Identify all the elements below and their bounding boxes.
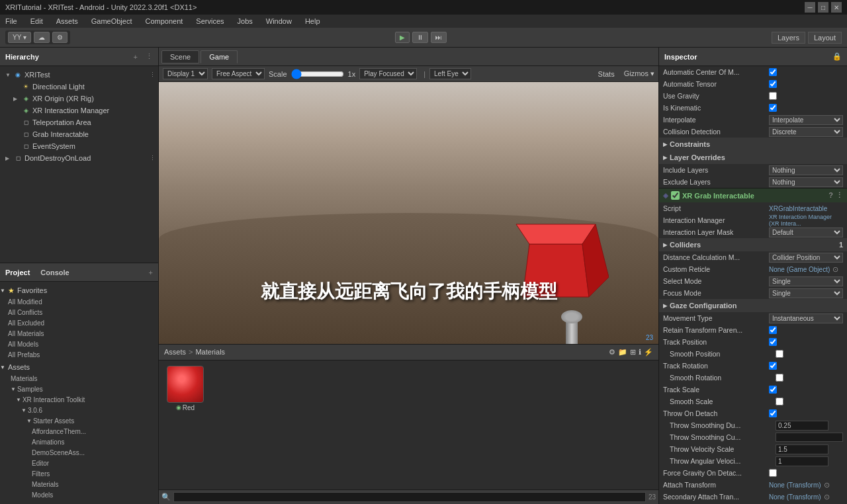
- maximize-button[interactable]: □: [818, 2, 828, 13]
- project-xr-toolkit[interactable]: ▼XR Interaction Toolkit: [0, 394, 158, 405]
- attach-transform-pick[interactable]: ⊙: [824, 481, 830, 489]
- hierarchy-item-dontdestroy[interactable]: ▶ ◻ DontDestroyOnLoad ⋮: [0, 152, 158, 164]
- smooth-position-checkbox[interactable]: [776, 350, 783, 358]
- layout-button[interactable]: Layout: [808, 32, 842, 44]
- hierarchy-item-teleportation[interactable]: ◻ Teleportation Area: [0, 116, 158, 128]
- hierarchy-item-xritest[interactable]: ▼ ◉ XRITest ⋮: [0, 69, 158, 81]
- include-layers-select[interactable]: Nothing: [769, 165, 843, 175]
- hierarchy-tab[interactable]: Hierarchy: [5, 53, 39, 61]
- cloud-button[interactable]: ☁: [34, 32, 50, 43]
- component-help-icon[interactable]: ?: [828, 191, 833, 200]
- select-mode-select[interactable]: Single: [769, 276, 843, 286]
- menu-gameobject[interactable]: GameObject: [89, 17, 135, 25]
- throw-on-detach-checkbox[interactable]: [769, 409, 777, 417]
- menu-help[interactable]: Help: [302, 17, 323, 25]
- project-all-materials[interactable]: All Materials: [0, 328, 158, 339]
- item-menu[interactable]: ⋮: [150, 71, 156, 78]
- interaction-manager-value[interactable]: XR Interaction Manager (XR Intera...: [769, 214, 843, 227]
- hierarchy-item-directional-light[interactable]: ☀ Directional Light: [0, 81, 158, 93]
- asset-search-input[interactable]: [173, 492, 646, 502]
- menu-file[interactable]: File: [3, 17, 20, 25]
- eye-select[interactable]: Left Eye: [429, 68, 471, 79]
- asset-path-materials[interactable]: Materials: [195, 348, 225, 356]
- throw-velocity-scale-input[interactable]: [776, 444, 828, 454]
- project-starter-assets[interactable]: ▼Starter Assets: [0, 415, 158, 426]
- asset-icon4[interactable]: ℹ: [639, 348, 641, 357]
- settings-button[interactable]: ⚙: [52, 32, 67, 43]
- collision-detection-select[interactable]: Discrete: [769, 127, 843, 137]
- project-models[interactable]: Models: [0, 489, 158, 500]
- interaction-layer-mask-select[interactable]: Default: [769, 228, 843, 237]
- project-all-excluded[interactable]: All Excluded: [0, 317, 158, 328]
- smooth-rotation-checkbox[interactable]: [776, 374, 783, 382]
- component-menu-icon[interactable]: ⋮: [836, 191, 843, 200]
- script-value[interactable]: XRGrabInteractable: [769, 205, 827, 212]
- scale-slider[interactable]: [291, 69, 344, 79]
- menu-component[interactable]: Component: [142, 17, 185, 25]
- console-tab[interactable]: Console: [40, 269, 69, 276]
- is-kinematic-checkbox[interactable]: [769, 104, 777, 112]
- use-gravity-checkbox[interactable]: [769, 92, 777, 100]
- project-demoscene[interactable]: DemoSceneAss...: [0, 447, 158, 458]
- gizmos-button[interactable]: Gizmos ▾: [624, 69, 654, 78]
- curve-preview[interactable]: [776, 433, 843, 442]
- layer-overrides-section[interactable]: ▶ Layer Overrides: [659, 151, 847, 164]
- project-editor[interactable]: Editor: [0, 458, 158, 468]
- asset-path-root[interactable]: Assets: [164, 348, 186, 356]
- menu-services[interactable]: Services: [193, 17, 226, 25]
- game-tab[interactable]: Game: [201, 50, 238, 63]
- attach-transform-value[interactable]: None (Transform): [769, 482, 821, 489]
- force-gravity-checkbox[interactable]: [769, 469, 777, 477]
- project-filters[interactable]: Filters: [0, 468, 158, 479]
- secondary-attach-value[interactable]: None (Transform): [769, 493, 821, 501]
- play-button[interactable]: ▶: [395, 32, 410, 43]
- project-306[interactable]: ▼3.0.6: [0, 405, 158, 415]
- asset-icon2[interactable]: 📁: [618, 348, 627, 357]
- hierarchy-item-event-system[interactable]: ◻ EventSystem: [0, 140, 158, 152]
- constraints-section[interactable]: ▶ Constraints: [659, 138, 847, 151]
- track-rotation-checkbox[interactable]: [769, 362, 777, 370]
- asset-icon3[interactable]: ⊞: [630, 348, 636, 357]
- inspector-lock-icon[interactable]: 🔒: [832, 52, 842, 61]
- play-focused-select[interactable]: Play Focused: [359, 68, 417, 79]
- project-materials[interactable]: Materials: [0, 373, 158, 384]
- menu-edit[interactable]: Edit: [28, 17, 46, 25]
- project-animations[interactable]: Animations: [0, 437, 158, 447]
- stats-button[interactable]: Stats: [598, 70, 615, 78]
- menu-assets[interactable]: Assets: [54, 17, 81, 25]
- close-button[interactable]: ✕: [831, 2, 842, 13]
- movement-type-select[interactable]: Instantaneous: [769, 314, 843, 323]
- colliders-section[interactable]: ▶ Colliders 1: [659, 238, 847, 251]
- item-menu2[interactable]: ⋮: [150, 155, 156, 161]
- project-all-modified[interactable]: All Modified: [0, 296, 158, 307]
- throw-smoothing-dur-input[interactable]: [776, 421, 828, 431]
- project-samples[interactable]: ▼Samples: [0, 384, 158, 394]
- hierarchy-item-xr-interaction-manager[interactable]: ◈ XR Interaction Manager: [0, 105, 158, 116]
- xr-grab-checkbox[interactable]: [671, 191, 680, 200]
- assets-header[interactable]: ▼ Assets: [0, 361, 158, 373]
- aspect-select[interactable]: Free Aspect: [212, 68, 265, 79]
- track-scale-checkbox[interactable]: [769, 386, 777, 394]
- display-select[interactable]: Display 1: [163, 68, 208, 79]
- asset-icon1[interactable]: ⚙: [609, 348, 615, 357]
- hierarchy-menu-button[interactable]: ⋮: [146, 52, 153, 61]
- favorites-header[interactable]: ▼ ★ Favorites: [0, 284, 158, 296]
- custom-reticle-value[interactable]: None (Game Object): [769, 266, 830, 273]
- step-button[interactable]: ⏭: [431, 32, 447, 43]
- custom-reticle-pick[interactable]: ⊙: [832, 265, 838, 273]
- project-tab[interactable]: Project: [5, 269, 30, 276]
- project-materials2[interactable]: Materials: [0, 479, 158, 489]
- layers-button[interactable]: Layers: [772, 32, 805, 44]
- project-all-prefabs[interactable]: All Prefabs: [0, 349, 158, 360]
- pause-button[interactable]: ⏸: [412, 32, 428, 43]
- smooth-scale-checkbox[interactable]: [776, 398, 783, 405]
- hierarchy-add-button[interactable]: +: [134, 53, 138, 61]
- auto-center-checkbox[interactable]: [769, 68, 777, 76]
- xr-grab-header[interactable]: ◈ XR Grab Interactable ? ⋮: [659, 188, 847, 202]
- menu-jobs[interactable]: Jobs: [235, 17, 255, 25]
- project-affordance[interactable]: AffordanceThem...: [0, 426, 158, 437]
- interpolate-select[interactable]: Interpolate: [769, 115, 843, 125]
- distance-calc-select[interactable]: Collider Position: [769, 253, 843, 263]
- minimize-button[interactable]: ─: [805, 2, 815, 13]
- secondary-attach-pick[interactable]: ⊙: [824, 493, 830, 501]
